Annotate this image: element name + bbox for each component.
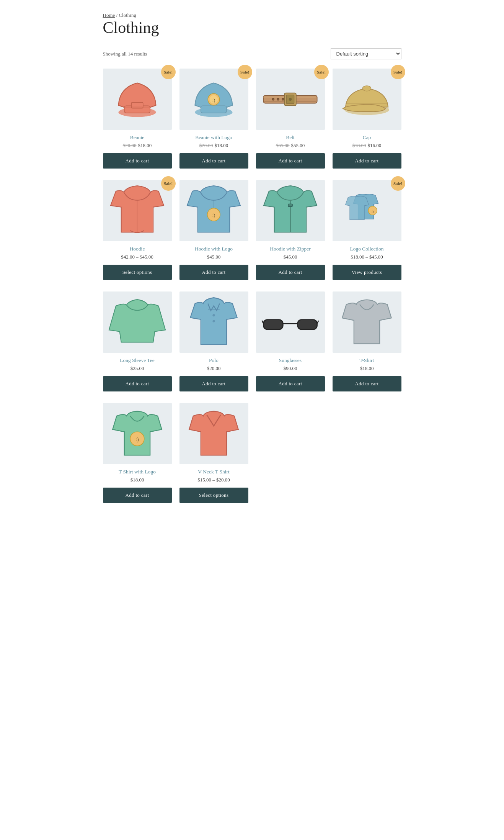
product-price-original: $20.00 <box>123 142 137 148</box>
product-price-original: $65.00 <box>276 142 290 148</box>
product-price-wrap: $18.00$16.00 <box>352 142 382 149</box>
product-card-cap: Sale! Cap $18.00$16.00 Add to cart <box>333 69 401 169</box>
product-image-beanie-with-logo: :) <box>184 72 243 126</box>
product-image-wrap: Sale! <box>333 69 401 130</box>
product-image-hoodie-with-zipper <box>261 184 320 237</box>
product-name[interactable]: Logo Collection <box>350 246 383 252</box>
product-btn-cap[interactable]: Add to cart <box>333 153 401 169</box>
product-btn-hoodie[interactable]: Select options <box>103 265 172 280</box>
breadcrumb: Home / Clothing <box>103 11 401 18</box>
product-price: $90.00 <box>284 365 297 371</box>
product-name[interactable]: Sunglasses <box>279 357 302 364</box>
product-price-wrap: $42.00 – $45.00 <box>121 254 153 260</box>
svg-text::): :) <box>212 97 215 103</box>
product-card-t-shirt-with-logo: :) T-Shirt with Logo $18.00 Add to cart <box>103 403 172 503</box>
product-price-sale: $55.00 <box>291 142 305 148</box>
sort-select[interactable]: Default sorting Sort by popularity Sort … <box>331 48 401 59</box>
product-price-sale: $16.00 <box>368 142 382 148</box>
page-title: Clothing <box>103 18 401 37</box>
product-btn-hoodie-with-logo[interactable]: Add to cart <box>179 265 248 280</box>
product-name[interactable]: Hoodie with Logo <box>195 246 233 252</box>
product-price-original: $18.00 <box>352 142 366 148</box>
breadcrumb-home[interactable]: Home <box>103 12 115 18</box>
product-name[interactable]: V-Neck T-Shirt <box>198 469 229 475</box>
product-btn-sunglasses[interactable]: Add to cart <box>256 376 325 391</box>
product-price-wrap: $25.00 <box>130 365 144 372</box>
sale-badge: Sale! <box>314 65 329 79</box>
product-name[interactable]: Long Sleeve Tee <box>120 357 154 364</box>
product-card-hoodie-with-logo: :) Hoodie with Logo $45.00 Add to cart <box>179 180 248 280</box>
product-price: $18.00 <box>130 477 144 483</box>
product-price: $25.00 <box>130 365 144 371</box>
product-image-t-shirt-with-logo: :) <box>108 407 166 460</box>
product-price-sale: $18.00 <box>215 142 228 148</box>
product-price: $45.00 <box>284 254 297 260</box>
sale-badge: Sale! <box>391 65 405 79</box>
product-name[interactable]: Hoodie <box>130 246 145 252</box>
product-image-hoodie <box>108 184 166 237</box>
product-name[interactable]: Beanie with Logo <box>195 134 232 141</box>
product-name[interactable]: Belt <box>286 134 295 141</box>
svg-point-19 <box>362 86 371 91</box>
product-btn-v-neck-t-shirt[interactable]: Select options <box>179 488 248 503</box>
product-btn-belt[interactable]: Add to cart <box>256 153 325 169</box>
product-btn-logo-collection[interactable]: View products <box>333 265 401 280</box>
product-btn-hoodie-with-zipper[interactable]: Add to cart <box>256 265 325 280</box>
product-card-polo: Polo $20.00 Add to cart <box>179 291 248 391</box>
product-btn-polo[interactable]: Add to cart <box>179 376 248 391</box>
sale-badge: Sale! <box>391 176 405 191</box>
product-name[interactable]: T-Shirt with Logo <box>119 469 156 475</box>
product-image-wrap: :) <box>179 180 248 241</box>
product-price: $20.00 <box>207 365 221 371</box>
product-name[interactable]: Polo <box>209 357 219 364</box>
product-image-wrap <box>256 291 325 353</box>
product-price-wrap: $20.00 <box>207 365 221 372</box>
product-card-belt: Sale! Belt $65.00$55.00 Add to cart <box>256 69 325 169</box>
product-price-original: $20.00 <box>199 142 213 148</box>
product-price-wrap: $15.00 – $20.00 <box>197 477 230 483</box>
svg-point-15 <box>272 98 274 100</box>
product-price-wrap: $18.00 – $45.00 <box>351 254 383 260</box>
svg-point-30 <box>212 314 215 316</box>
svg-point-16 <box>277 98 279 100</box>
svg-rect-33 <box>298 320 317 330</box>
svg-rect-32 <box>263 320 283 330</box>
product-card-hoodie-with-zipper: Hoodie with Zipper $45.00 Add to cart <box>256 180 325 280</box>
product-card-logo-collection: Sale! :) Logo Collection $18.00 – $45.00… <box>333 180 401 280</box>
svg-point-14 <box>289 98 292 101</box>
product-image-logo-collection: :) <box>338 184 396 237</box>
product-price: $18.00 <box>360 365 374 371</box>
product-image-long-sleeve-tee <box>108 295 166 349</box>
results-count: Showing all 14 results <box>103 51 147 57</box>
product-card-hoodie: Sale! Hoodie $42.00 – $45.00 Select opti… <box>103 180 172 280</box>
svg-point-17 <box>282 98 284 100</box>
product-image-t-shirt <box>338 295 396 349</box>
product-btn-beanie-with-logo[interactable]: Add to cart <box>179 153 248 169</box>
svg-rect-26 <box>288 204 292 206</box>
product-image-wrap <box>179 291 248 353</box>
product-image-wrap <box>333 291 401 353</box>
product-price-range: $15.00 – $20.00 <box>197 477 230 483</box>
svg-text::): :) <box>212 212 215 218</box>
product-image-wrap: Sale! :) <box>179 69 248 130</box>
product-price: $45.00 <box>207 254 221 260</box>
product-name[interactable]: Hoodie with Zipper <box>270 246 310 252</box>
product-name[interactable]: Beanie <box>130 134 144 141</box>
product-btn-beanie[interactable]: Add to cart <box>103 153 172 169</box>
product-image-wrap: Sale! <box>103 180 172 241</box>
product-btn-long-sleeve-tee[interactable]: Add to cart <box>103 376 172 391</box>
product-name[interactable]: T-Shirt <box>360 357 374 364</box>
product-price-range: $18.00 – $45.00 <box>351 254 383 260</box>
product-btn-t-shirt[interactable]: Add to cart <box>333 376 401 391</box>
svg-line-35 <box>262 321 264 324</box>
product-name[interactable]: Cap <box>363 134 371 141</box>
product-price-wrap: $18.00 <box>360 365 374 372</box>
product-image-wrap: Sale! <box>103 69 172 130</box>
product-image-wrap: Sale! :) <box>333 180 401 241</box>
product-btn-t-shirt-with-logo[interactable]: Add to cart <box>103 488 172 503</box>
toolbar: Showing all 14 results Default sorting S… <box>103 48 401 59</box>
product-image-wrap <box>103 291 172 353</box>
product-card-beanie: Sale! Beanie $20.00$18.00 Add to cart <box>103 69 172 169</box>
breadcrumb-current: Clothing <box>119 12 136 18</box>
product-price-wrap: $45.00 <box>284 254 297 260</box>
